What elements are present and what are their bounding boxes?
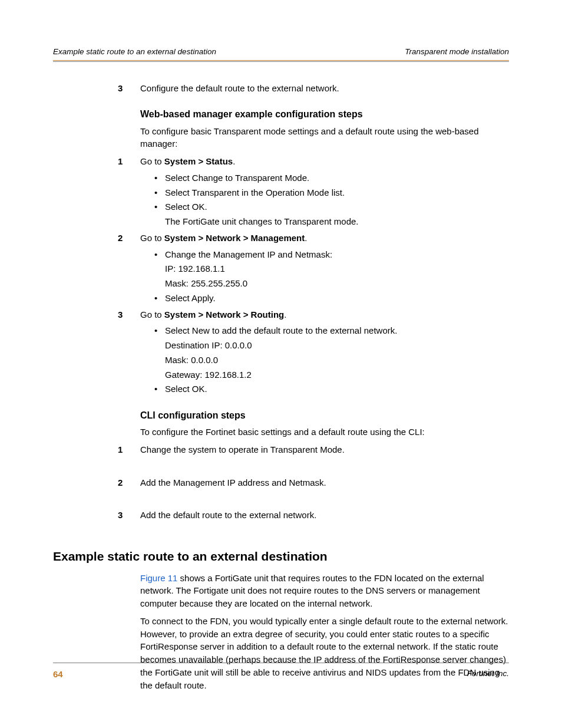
step-number: 1 [118,443,123,456]
para-text: shows a FortiGate unit that requires rou… [140,573,484,609]
gap [140,492,509,505]
step-number: 3 [118,509,123,522]
step-text: Go to System > Status. [140,156,235,166]
step-text: Go to System > Network > Management. [140,233,307,243]
nav-path: System > Network > Management [164,233,305,243]
bullet-item: Select Change to Transparent Mode. [154,172,509,185]
web-step-2: 2 Go to System > Network > Management. [140,232,509,245]
post: . [284,309,286,319]
post: . [233,156,235,166]
bullet-item: Change the Management IP and Netmask: [154,248,509,261]
bullet-sub-mask: Mask: 255.255.255.0 [154,277,509,290]
gap [140,460,509,473]
page: Example static route to an external dest… [0,0,562,728]
step-text: Configure the default route to the exter… [140,83,339,93]
header-rule-orange [53,60,509,61]
cli-heading: CLI configuration steps [140,409,509,422]
step-number: 3 [118,82,123,95]
web-step-1-bullets: Select Change to Transparent Mode. Selec… [154,172,509,228]
footer-company: Fortinet Inc. [467,668,509,681]
bullet-note: The FortiGate unit changes to Transparen… [154,215,509,228]
bullet-sub-mask: Mask: 0.0.0.0 [154,354,509,367]
pre: Go to [140,309,164,319]
bullet-item: Select Transparent in the Operation Mode… [154,186,509,199]
web-intro: To configure basic Transparent mode sett… [140,125,509,151]
step-text: Change the system to operate in Transpar… [140,444,345,454]
page-footer: 64 Fortinet Inc. [53,663,509,681]
figure-link[interactable]: Figure 11 [140,573,177,583]
step-text: Add the Management IP address and Netmas… [140,477,326,487]
footer-line: 64 Fortinet Inc. [53,663,509,681]
header-right: Transparent mode installation [405,46,509,58]
step-number: 2 [118,232,123,245]
section-heading: Example static route to an external dest… [53,548,509,565]
nav-path: System > Network > Routing [164,309,284,319]
step-text: Go to System > Network > Routing. [140,309,286,319]
post: . [305,233,307,243]
header-left: Example static route to an external dest… [53,46,216,58]
cli-step-1: 1 Change the system to operate in Transp… [140,443,509,456]
web-heading: Web-based manager example configuration … [140,107,509,121]
bullet-item: Select New to add the default route to t… [154,324,509,337]
top-step-3: 3 Configure the default route to the ext… [140,82,509,95]
section-para-1: Figure 11 shows a FortiGate unit that re… [140,572,509,610]
step-number: 3 [118,308,123,321]
web-step-2-bullets: Change the Management IP and Netmask: IP… [154,248,509,305]
step-text: Add the default route to the external ne… [140,510,316,520]
bullet-item: Select Apply. [154,292,509,305]
cli-step-3: 3 Add the default route to the external … [140,509,509,522]
step-number: 1 [118,155,123,168]
bullet-sub-ip: IP: 192.168.1.1 [154,262,509,275]
bullet-item: Select OK. [154,383,509,396]
step-number: 2 [118,476,123,489]
pre: Go to [140,156,164,166]
web-step-3-bullets: Select New to add the default route to t… [154,324,509,396]
web-step-3: 3 Go to System > Network > Routing. [140,308,509,321]
bullet-sub-dip: Destination IP: 0.0.0.0 [154,339,509,352]
bullet-item: Select OK. [154,200,509,213]
body-content: 3 Configure the default route to the ext… [53,62,509,692]
cli-intro: To configure the Fortinet basic settings… [140,426,509,439]
pre: Go to [140,233,164,243]
nav-path: System > Status [164,156,233,166]
bullet-sub-gw: Gateway: 192.168.1.2 [154,368,509,381]
cli-step-2: 2 Add the Management IP address and Netm… [140,476,509,489]
running-header: Example static route to an external dest… [53,46,509,60]
page-number: 64 [53,668,63,681]
web-step-1: 1 Go to System > Status. [140,155,509,168]
